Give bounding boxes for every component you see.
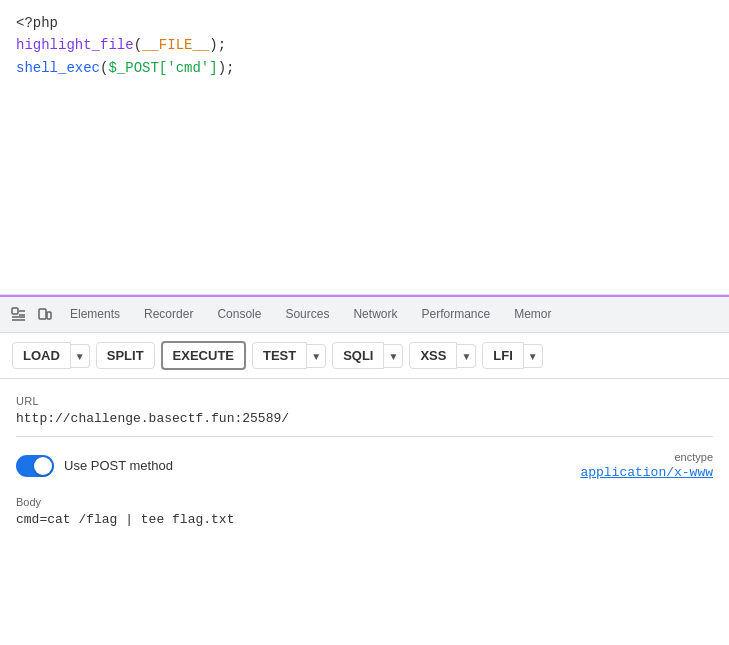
tab-recorder[interactable]: Recorder	[134, 297, 203, 332]
split-button[interactable]: SPLIT	[96, 342, 155, 369]
content-area: URL http://challenge.basectf.fun:25589/ …	[0, 379, 729, 527]
tab-performance[interactable]: Performance	[411, 297, 500, 332]
test-group: TEST ▼	[252, 342, 326, 369]
enctype-value[interactable]: application/x-www	[580, 465, 713, 480]
load-group: LOAD ▼	[12, 342, 90, 369]
test-button[interactable]: TEST	[252, 342, 307, 369]
tab-memory[interactable]: Memor	[504, 297, 561, 332]
toggle-left: Use POST method	[16, 455, 173, 477]
body-label: Body	[16, 496, 713, 508]
xss-group: XSS ▼	[409, 342, 476, 369]
svg-rect-0	[12, 308, 18, 314]
lfi-group: LFI ▼	[482, 342, 542, 369]
sqli-dropdown[interactable]: ▼	[384, 344, 403, 368]
lfi-button[interactable]: LFI	[482, 342, 524, 369]
xss-dropdown[interactable]: ▼	[457, 344, 476, 368]
post-method-toggle[interactable]	[16, 455, 54, 477]
inspect-icon[interactable]	[8, 304, 30, 326]
svg-rect-1	[39, 309, 46, 319]
sqli-group: SQLI ▼	[332, 342, 403, 369]
execute-button[interactable]: EXECUTE	[161, 341, 246, 370]
enctype-label: enctype	[580, 451, 713, 463]
enctype-section: enctype application/x-www	[580, 451, 713, 480]
shell-exec-func: shell_exec	[16, 60, 100, 76]
url-label: URL	[16, 395, 713, 407]
tab-elements[interactable]: Elements	[60, 297, 130, 332]
body-value[interactable]: cmd=cat /flag | tee flag.txt	[16, 512, 713, 527]
tab-network[interactable]: Network	[343, 297, 407, 332]
toolbar: LOAD ▼ SPLIT EXECUTE TEST ▼ SQLI ▼ XSS ▼…	[0, 333, 729, 379]
lfi-dropdown[interactable]: ▼	[524, 344, 543, 368]
code-display: <?php highlight_file(__FILE__); shell_ex…	[0, 0, 729, 295]
php-open-tag: <?php	[16, 15, 58, 31]
xss-button[interactable]: XSS	[409, 342, 457, 369]
load-button[interactable]: LOAD	[12, 342, 71, 369]
test-dropdown[interactable]: ▼	[307, 344, 326, 368]
toggle-row: Use POST method enctype application/x-ww…	[16, 451, 713, 480]
tab-sources[interactable]: Sources	[275, 297, 339, 332]
highlight-func: highlight_file	[16, 37, 134, 53]
svg-rect-2	[47, 312, 51, 319]
url-value[interactable]: http://challenge.basectf.fun:25589/	[16, 411, 713, 437]
load-dropdown[interactable]: ▼	[71, 344, 90, 368]
tab-console[interactable]: Console	[207, 297, 271, 332]
sqli-button[interactable]: SQLI	[332, 342, 384, 369]
device-icon[interactable]	[34, 304, 56, 326]
devtools-bar: Elements Recorder Console Sources Networ…	[0, 295, 729, 333]
toggle-label: Use POST method	[64, 458, 173, 473]
